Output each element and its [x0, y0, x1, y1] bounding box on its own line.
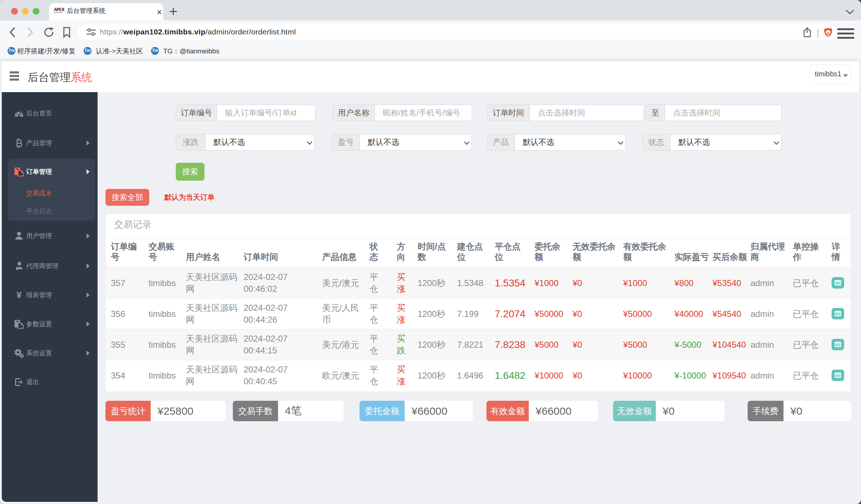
svg-text:¥: ¥: [17, 290, 22, 300]
